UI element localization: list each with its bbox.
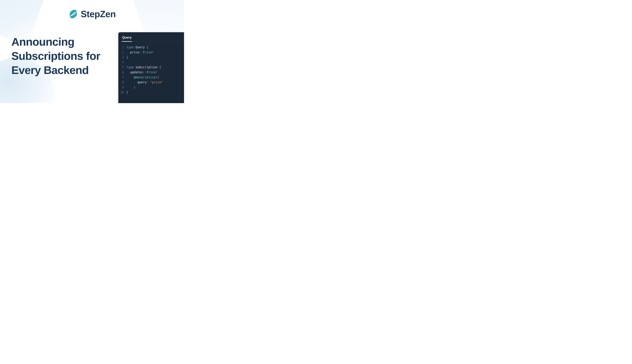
- code-tabs: Query: [118, 32, 184, 42]
- code-line: 4: [118, 60, 184, 65]
- code-line: 8 query: "price": [118, 80, 184, 85]
- code-line: 2 price: Price!: [118, 50, 184, 55]
- line-number: 6: [118, 70, 126, 75]
- code-content: updates: Price!: [126, 70, 158, 75]
- stepzen-logo-icon: [68, 9, 78, 19]
- code-content: ): [126, 85, 136, 90]
- page-headline: Announcing Subscriptions for Every Backe…: [12, 35, 110, 77]
- code-content: query: "price": [126, 80, 163, 85]
- code-line: 1type Query {: [118, 45, 184, 50]
- code-content: type Query {: [126, 45, 148, 50]
- code-body: 1type Query {2 price: Price!3}4 5type Su…: [118, 42, 184, 95]
- tab-query[interactable]: Query: [122, 34, 132, 42]
- code-line: 7 @materializer(: [118, 75, 184, 80]
- code-content: @materializer(: [126, 75, 159, 80]
- line-number: 1: [118, 45, 126, 50]
- code-content: type Subscription {: [126, 65, 161, 70]
- code-content: }: [126, 90, 128, 95]
- line-number: 9: [118, 85, 126, 90]
- code-line: 3}: [118, 55, 184, 60]
- code-line: 6 updates: Price!: [118, 70, 184, 75]
- code-content: price: Price!: [126, 50, 154, 55]
- line-number: 5: [118, 65, 126, 70]
- line-number: 2: [118, 50, 126, 55]
- brand-name: StepZen: [81, 9, 116, 19]
- code-line: 5type Subscription {: [118, 65, 184, 70]
- code-panel: Query 1type Query {2 price: Price!3}4 5t…: [118, 32, 184, 103]
- code-line: 9 ): [118, 85, 184, 90]
- code-content: [126, 60, 128, 65]
- brand-logo: StepZen: [0, 9, 184, 19]
- line-number: 8: [118, 80, 126, 85]
- line-number: 4: [118, 60, 126, 65]
- line-number: 7: [118, 75, 126, 80]
- code-content: }: [126, 55, 128, 60]
- code-line: 10}: [118, 90, 184, 95]
- line-number: 10: [118, 90, 126, 95]
- line-number: 3: [118, 55, 126, 60]
